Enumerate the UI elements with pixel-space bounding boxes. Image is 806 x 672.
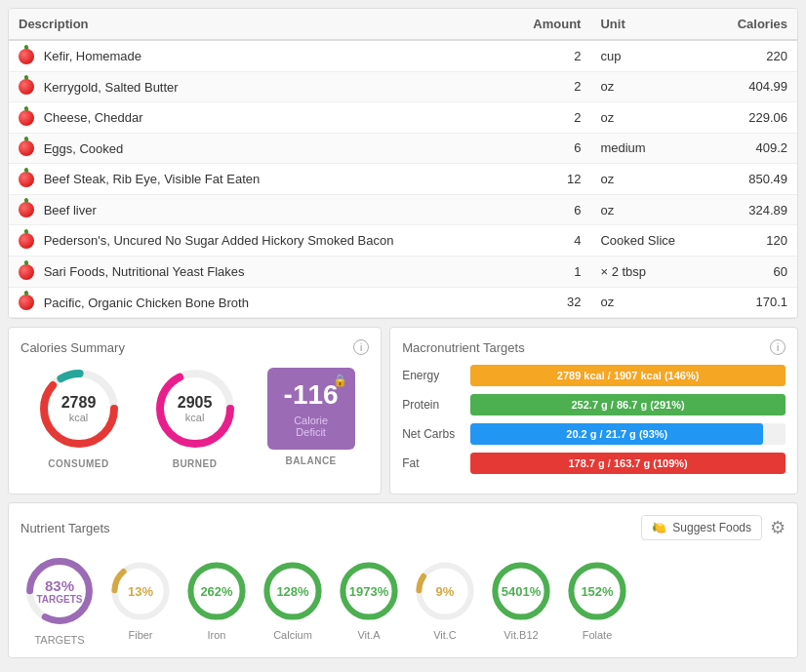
- macro-bar-container: 20.2 g / 21.7 g (93%): [470, 423, 786, 445]
- nutrient-circle-item: 152% Folate: [563, 557, 631, 641]
- table-row[interactable]: Cheese, Cheddar 2 oz 229.06: [9, 102, 797, 134]
- nutrient-donut: 9%: [411, 557, 479, 625]
- balance-label: BALANCE: [285, 455, 336, 466]
- table-row[interactable]: Kerrygold, Salted Butter 2 oz 404.99: [9, 71, 797, 102]
- consumed-item: 2789 kcal CONSUMED: [35, 365, 123, 469]
- food-amount: 32: [505, 287, 590, 318]
- nutrient-center: 13%: [128, 584, 153, 599]
- consumed-unit: kcal: [61, 412, 97, 423]
- nutrient-circle-item: 13% Fiber: [106, 557, 175, 641]
- macro-name: Net Carbs: [402, 427, 470, 441]
- nutrient-value: 1973%: [349, 584, 388, 599]
- burned-unit: kcal: [178, 412, 213, 423]
- nutrient-value: 13%: [128, 584, 153, 599]
- col-amount: Amount: [505, 9, 590, 40]
- food-calories: 60: [709, 256, 797, 287]
- food-calories: 409.2: [709, 133, 797, 164]
- nutrient-center: 152%: [581, 584, 613, 599]
- gear-icon[interactable]: ⚙: [770, 517, 786, 538]
- nutrient-label: Vit.A: [357, 629, 380, 641]
- nutrient-circle-item: 83% TARGETS TARGETS: [20, 552, 99, 646]
- nutrient-value: 128%: [276, 584, 308, 599]
- nutrient-header: Nutrient Targets 🍋 Suggest Foods ⚙: [20, 515, 786, 540]
- table-row[interactable]: Beef liver 6 oz 324.89: [9, 194, 797, 225]
- nutrient-donut: 128%: [259, 557, 327, 625]
- macros-info-icon[interactable]: i: [770, 339, 786, 355]
- macro-bar: 178.7 g / 163.7 g (109%): [470, 453, 786, 474]
- food-amount: 6: [505, 133, 590, 164]
- targets-label: TARGETS: [36, 594, 82, 605]
- col-description: Description: [9, 9, 505, 40]
- food-unit: oz: [590, 164, 709, 195]
- nutrient-label: Iron: [208, 629, 226, 641]
- macro-bar-container: 2789 kcal / 1907 kcal (146%): [470, 365, 786, 386]
- nutrient-donut: 262%: [182, 557, 251, 625]
- nutrient-circle-item: 128% Calcium: [259, 557, 327, 641]
- macro-row: Net Carbs 20.2 g / 21.7 g (93%): [402, 423, 786, 445]
- nutrient-value: 83%: [36, 577, 82, 594]
- table-row[interactable]: Kefir, Homemade 2 cup 220: [9, 40, 797, 71]
- nutrient-value: 152%: [581, 584, 613, 599]
- nutrient-label: Folate: [583, 629, 613, 641]
- burned-label: BURNED: [173, 458, 218, 469]
- table-row[interactable]: Beef Steak, Rib Eye, Visible Fat Eaten 1…: [9, 164, 797, 195]
- food-calories: 170.1: [709, 287, 797, 318]
- nutrient-value: 9%: [436, 584, 455, 599]
- nutrient-circle-item: 9% Vit.C: [411, 557, 479, 641]
- calories-summary-info-icon[interactable]: i: [353, 339, 369, 355]
- food-unit: oz: [590, 194, 709, 225]
- food-calories: 404.99: [709, 71, 797, 102]
- food-icon: [19, 172, 34, 187]
- food-name: Pederson's, Uncured No Sugar Added Hicko…: [44, 233, 394, 248]
- macro-bars: Energy 2789 kcal / 1907 kcal (146%) Prot…: [402, 365, 786, 474]
- balance-box: 🔒 -116 CalorieDeficit: [267, 368, 355, 450]
- table-row[interactable]: Sari Foods, Nutritional Yeast Flakes 1 ×…: [9, 256, 797, 287]
- food-icon: [19, 264, 34, 280]
- macro-bar: 252.7 g / 86.7 g (291%): [470, 394, 786, 415]
- burned-value: 2905: [178, 394, 213, 412]
- table-row[interactable]: Eggs, Cooked 6 medium 409.2: [9, 133, 797, 164]
- food-unit: oz: [590, 71, 709, 102]
- food-icon: [19, 49, 34, 64]
- nutrient-value: 5401%: [502, 584, 541, 599]
- macro-name: Protein: [402, 398, 470, 412]
- macros-targets-panel: Macronutrient Targets i Energy 2789 kcal…: [389, 327, 798, 494]
- table-row[interactable]: Pacific, Organic Chicken Bone Broth 32 o…: [9, 287, 797, 318]
- food-name: Sari Foods, Nutritional Yeast Flakes: [44, 264, 245, 279]
- consumed-value: 2789: [61, 394, 97, 412]
- nutrient-circle-item: 1973% Vit.A: [335, 557, 403, 641]
- nutrient-center: 128%: [276, 584, 308, 599]
- food-amount: 2: [505, 102, 590, 134]
- consumed-label: CONSUMED: [48, 458, 108, 469]
- food-icon: [19, 79, 34, 95]
- macro-bar: 20.2 g / 21.7 g (93%): [470, 423, 763, 445]
- food-name: Kerrygold, Salted Butter: [44, 80, 179, 95]
- calories-summary-panel: Calories Summary i 2789 kc: [8, 327, 382, 494]
- food-table: Description Amount Unit Calories Kefir, …: [8, 8, 798, 319]
- nutrient-donut: 13%: [106, 557, 175, 625]
- macro-row: Energy 2789 kcal / 1907 kcal (146%): [402, 365, 786, 386]
- calories-summary-title: Calories Summary i: [20, 339, 369, 355]
- nutrient-label: Calcium: [273, 629, 312, 641]
- balance-subtitle: CalorieDeficit: [283, 415, 340, 438]
- nutrient-center: 83% TARGETS: [36, 577, 82, 605]
- suggest-foods-button[interactable]: 🍋 Suggest Foods: [641, 515, 762, 540]
- food-calories: 324.89: [709, 194, 797, 225]
- nutrient-targets-title: Nutrient Targets: [20, 521, 110, 535]
- nutrient-donut: 83% TARGETS: [20, 552, 99, 630]
- macro-name: Fat: [402, 456, 470, 470]
- food-unit: cup: [590, 40, 709, 71]
- macro-bar-container: 178.7 g / 163.7 g (109%): [470, 453, 786, 474]
- food-unit: Cooked Slice: [590, 225, 709, 257]
- food-icon: [19, 202, 34, 217]
- bottom-panels: Calories Summary i 2789 kc: [8, 327, 798, 494]
- table-row[interactable]: Pederson's, Uncured No Sugar Added Hicko…: [9, 225, 797, 257]
- nutrient-center: 262%: [200, 584, 232, 599]
- nutrient-center: 1973%: [349, 584, 388, 599]
- food-calories: 850.49: [709, 164, 797, 195]
- nutrient-label: Vit.B12: [504, 629, 538, 641]
- lock-icon: 🔒: [333, 374, 347, 387]
- nutrient-label: Vit.C: [433, 629, 457, 641]
- food-name: Pacific, Organic Chicken Bone Broth: [44, 296, 249, 310]
- burned-donut: 2905 kcal: [151, 365, 239, 453]
